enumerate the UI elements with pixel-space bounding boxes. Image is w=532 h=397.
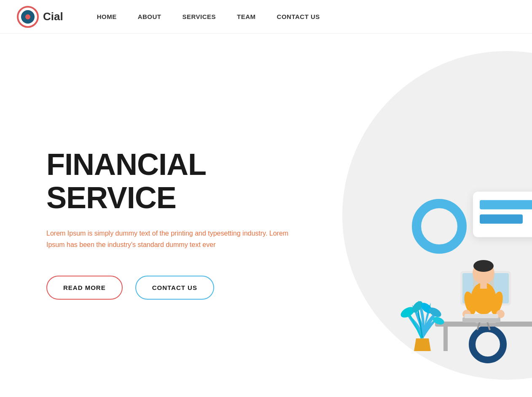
nav-item-services[interactable]: SERVICES xyxy=(183,13,216,21)
nav-item-about[interactable]: ABOUT xyxy=(138,13,161,21)
svg-rect-5 xyxy=(443,326,448,351)
hero-content: FINANCIAL SERVICE Lorem Ipsum is simply … xyxy=(0,131,304,300)
read-more-button[interactable]: READ MORE xyxy=(46,276,123,300)
nav-link-services[interactable]: SERVICES xyxy=(183,13,216,20)
hero-section: FINANCIAL SERVICE Lorem Ipsum is simply … xyxy=(0,34,532,397)
nav-link-home[interactable]: HOME xyxy=(97,13,117,20)
svg-rect-17 xyxy=(480,282,487,289)
nav-link-contact[interactable]: CONTACT US xyxy=(277,13,320,20)
svg-point-16 xyxy=(473,260,494,272)
scene-svg xyxy=(393,195,532,372)
nav-link-about[interactable]: ABOUT xyxy=(138,13,161,20)
logo-icon xyxy=(17,6,39,28)
logo[interactable]: Cial xyxy=(17,6,63,28)
hero-title: FINANCIAL SERVICE xyxy=(46,148,304,215)
brand-name: Cial xyxy=(43,10,63,23)
illustration-scene xyxy=(393,195,532,374)
svg-rect-23 xyxy=(465,314,498,318)
hero-description: Lorem Ipsum is simply dummy text of the … xyxy=(46,228,295,250)
navbar: Cial HOME ABOUT SERVICES TEAM CONTACT US xyxy=(0,0,532,34)
hero-illustration xyxy=(330,34,532,397)
hero-title-line1: FINANCIAL xyxy=(46,148,206,181)
nav-links: HOME ABOUT SERVICES TEAM CONTACT US xyxy=(97,13,320,21)
nav-link-team[interactable]: TEAM xyxy=(237,13,256,20)
nav-item-home[interactable]: HOME xyxy=(97,13,117,21)
svg-point-2 xyxy=(25,14,30,19)
nav-item-team[interactable]: TEAM xyxy=(237,13,256,21)
hero-title-line2: SERVICE xyxy=(46,181,176,215)
nav-item-contact[interactable]: CONTACT US xyxy=(277,13,320,21)
hero-buttons: READ MORE CONTACT US xyxy=(46,276,304,300)
svg-marker-24 xyxy=(414,338,431,351)
contact-us-button[interactable]: CONTACT US xyxy=(135,276,214,300)
